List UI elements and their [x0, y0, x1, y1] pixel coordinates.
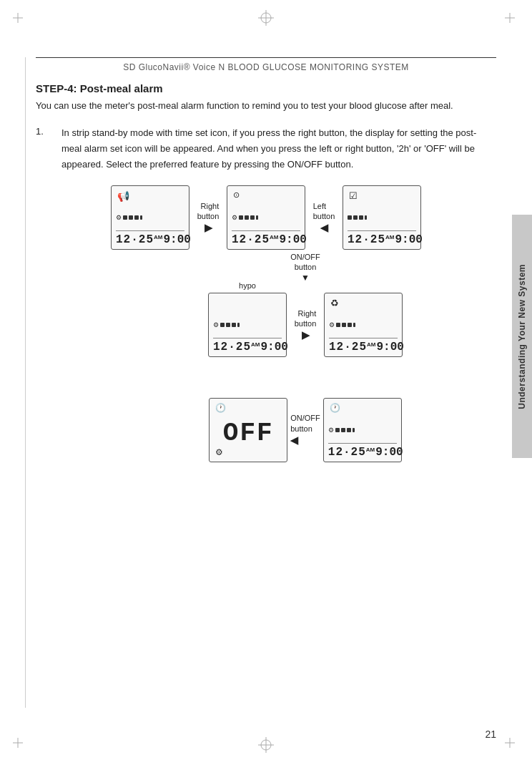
svg-rect-35 [341, 428, 345, 432]
device-5-am: AM [367, 341, 375, 348]
svg-rect-30 [336, 323, 340, 327]
corner-mark-br [505, 738, 519, 752]
clock-arrow-icon: 🕐 [215, 403, 226, 413]
battery-bars [123, 215, 143, 220]
crosshair-bottom [258, 737, 274, 755]
device-4-wrapper: hypo ⚙ 12·25 [208, 293, 287, 357]
device-3-time: 12·25 [348, 233, 385, 246]
gear-icon-5: ⚙ [329, 321, 335, 328]
down-arrow-1: ▼ [301, 273, 310, 284]
svg-rect-19 [245, 215, 249, 220]
device-screen-7: 🕐 ⚙ 12·25 AM 9:00 [323, 398, 402, 462]
left-button-label: Leftbutton ◀ [308, 201, 340, 235]
right-arrow-1: ▶ [205, 221, 212, 234]
device-screen-4: ⚙ 12·25 AM [208, 293, 287, 357]
page-number: 21 [485, 729, 496, 740]
right-button-label-below: Rightbutton ▼ [93, 359, 532, 389]
right-arrow-2: ▶ [302, 328, 310, 341]
alarm-icon-6: ⚙ [215, 447, 223, 457]
device-3-alarm: 9:00 [395, 233, 422, 246]
step-item-1: 1. In strip stand-by mode with time set … [36, 125, 496, 172]
svg-rect-36 [347, 428, 351, 432]
onoff-text-2: ON/OFFbutton [290, 413, 320, 434]
header-title: SD GlucoNavii® Voice N BLOOD GLUCOSE MON… [36, 62, 496, 72]
device-7-bottom: 12·25 AM 9:00 [328, 443, 397, 459]
device-3-bottom: 12·25 AM 9:00 [348, 230, 416, 246]
device-4-am: AM [251, 341, 260, 348]
battery-bars-7 [335, 427, 355, 433]
gear-icon-4: ⚙ [213, 321, 219, 328]
device-screen-6: 🕐 OFF ⚙ [209, 398, 287, 462]
device-5-bottom: 12·25 AM 9:00 [329, 338, 398, 354]
device-2-am: AM [270, 234, 278, 240]
svg-rect-28 [232, 323, 236, 327]
onoff-button-label-2: ON/OFFbutton ◀ [290, 413, 320, 447]
diagram-row-1: 📢 ⚙ 12·25 AM 9:00 [111, 185, 421, 250]
svg-rect-27 [226, 323, 230, 327]
svg-rect-31 [342, 323, 346, 327]
diagrams-area: 📢 ⚙ 12·25 AM 9:00 [36, 185, 496, 462]
svg-rect-23 [353, 215, 358, 220]
step-description: In strip stand-by mode with time set ico… [61, 125, 496, 172]
left-arrow-2: ◀ [290, 434, 298, 447]
device-1-time: 12·25 [116, 233, 154, 246]
battery-bars-2 [239, 215, 259, 220]
battery-bars-5 [336, 322, 356, 328]
right-button-text-1: Rightbutton [197, 201, 220, 222]
svg-rect-21 [256, 215, 258, 220]
intro-text: You can use the meter's post-meal alarm … [36, 99, 496, 114]
step-number: 1. [36, 125, 53, 172]
hypo-label: hypo [239, 281, 256, 290]
device-4-bottom: 12·25 AM 9:00 [213, 338, 282, 354]
battery-icon: ⚙ [116, 214, 122, 221]
svg-rect-32 [348, 323, 352, 327]
device-screen-1: 📢 ⚙ 12·25 AM 9:00 [111, 185, 189, 250]
device-3-am: AM [385, 234, 394, 240]
side-tab: Understanding Your New System [512, 215, 532, 458]
svg-rect-26 [220, 323, 225, 327]
corner-mark-tr [505, 13, 519, 27]
gear-icon-7: ⚙ [328, 427, 334, 434]
device-4-time: 12·25 [213, 341, 251, 354]
device-1-alarm: 9:00 [163, 233, 190, 246]
onoff-text-1: ON/OFFbutton [290, 252, 320, 273]
svg-rect-14 [123, 215, 127, 220]
device-screen-5: ♻ ⚙ 12·25 AM 9:00 [324, 293, 403, 357]
device-7-time: 12·25 [328, 446, 366, 459]
diagram-row-3: 🕐 OFF ⚙ ON/OFFbutton ◀ 🕐 ⚙ [209, 398, 402, 462]
svg-rect-22 [348, 215, 352, 220]
svg-rect-17 [140, 215, 142, 220]
device-5-time: 12·25 [329, 341, 367, 354]
svg-rect-37 [353, 428, 355, 432]
side-tab-label: Understanding Your New System [517, 264, 527, 409]
right-button-label-2: Rightbutton ▶ [290, 308, 321, 342]
checkbox-icon: ☑ [349, 190, 358, 201]
left-margin-line [25, 57, 26, 708]
page-content: SD GlucoNavii® Voice N BLOOD GLUCOSE MON… [36, 0, 496, 505]
svg-rect-24 [359, 215, 363, 220]
corner-mark-tl [13, 13, 27, 27]
speaker-icon: 📢 [117, 190, 129, 202]
device-2-time: 12·25 [232, 233, 270, 246]
recycle-icon: ♻ [330, 298, 339, 308]
device-screen-2: ⊙ ⚙ 12·25 AM 9:00 [227, 185, 305, 250]
off-text: OFF [223, 419, 274, 448]
device-1-bottom: 12·25 AM 9:00 [116, 230, 184, 246]
device-screen-3: ☑ 12·25 AM 9:00 [343, 185, 421, 250]
svg-rect-33 [353, 323, 355, 327]
clock-arrow-icon-7: 🕐 [330, 403, 340, 413]
svg-rect-15 [129, 215, 133, 220]
diagram-row-2: hypo ⚙ 12·25 [208, 293, 403, 357]
right-button-text-2: Rightbutton [295, 308, 317, 329]
svg-rect-29 [237, 323, 240, 327]
svg-rect-18 [239, 215, 243, 220]
battery-bars-4 [220, 322, 240, 328]
right-button-label-1: Rightbutton ▶ [192, 201, 224, 235]
device-7-am: AM [366, 447, 375, 453]
onoff-button-label-1: ON/OFFbutton ▼ [290, 252, 320, 283]
device-2-alarm: 9:00 [279, 233, 306, 246]
left-arrow: ◀ [320, 221, 328, 234]
left-button-text: Leftbutton [313, 201, 335, 222]
gear-icon-2: ⚙ [232, 214, 237, 221]
device-4-alarm: 9:00 [260, 341, 287, 354]
